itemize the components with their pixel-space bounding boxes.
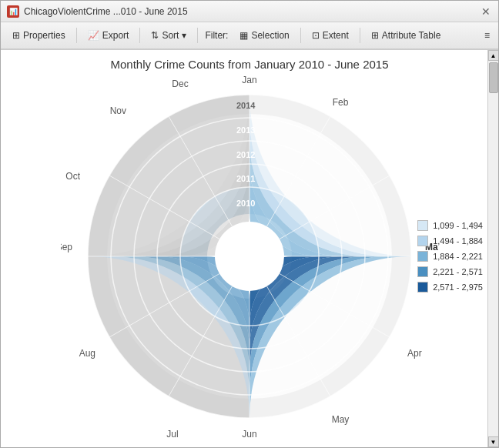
- export-icon: 📈: [88, 30, 99, 41]
- extent-button[interactable]: ⊡ Extent: [305, 25, 356, 45]
- scroll-thumb[interactable]: [489, 62, 498, 93]
- sort-icon: ⇅: [151, 30, 159, 41]
- separator-3: [197, 28, 198, 43]
- table-icon: ⊞: [371, 30, 379, 41]
- separator-5: [360, 28, 360, 43]
- month-aug: Aug: [79, 348, 95, 359]
- legend-item-3: 1,884 - 2,221: [417, 251, 483, 262]
- month-jul: Jul: [166, 429, 178, 440]
- year-label-2010: 2010: [236, 199, 255, 208]
- selection-icon: ▦: [239, 30, 248, 41]
- month-sep: Sep: [61, 242, 72, 252]
- month-jan: Jan: [242, 75, 256, 85]
- content-area: Monthly Crime Counts from January 2010 -…: [1, 50, 498, 447]
- window-title: ChicagoViolentCrime ...010 - June 2015: [24, 6, 475, 17]
- attribute-table-button[interactable]: ⊞ Attribute Table: [364, 25, 448, 45]
- year-label-2013: 2013: [236, 125, 255, 135]
- selection-button[interactable]: ▦ Selection: [233, 25, 296, 45]
- title-bar: 📊 ChicagoViolentCrime ...010 - June 2015…: [1, 1, 498, 22]
- menu-icon: ≡: [484, 30, 490, 41]
- legend-swatch-2: [417, 236, 428, 246]
- year-label-2011: 2011: [236, 174, 255, 183]
- properties-button[interactable]: ⊞ Properties: [5, 25, 72, 45]
- close-button[interactable]: ✕: [480, 5, 492, 18]
- year-label-2012: 2012: [236, 150, 255, 159]
- legend-label-4: 2,221 - 2,571: [433, 267, 483, 276]
- separator-1: [76, 28, 77, 43]
- month-oct: Oct: [65, 171, 80, 182]
- radial-chart: 2010 2011 2012 2013 2014 Jan Feb Mar Apr…: [61, 68, 438, 445]
- properties-icon: ⊞: [12, 30, 20, 41]
- menu-button[interactable]: ≡: [481, 25, 494, 45]
- legend-swatch-1: [417, 220, 428, 231]
- month-may: May: [332, 414, 350, 425]
- scrollbar[interactable]: ▲ ▼: [487, 50, 498, 447]
- legend-item-1: 1,099 - 1,494: [417, 220, 483, 231]
- month-jun: Jun: [242, 429, 256, 440]
- toolbar: ⊞ Properties 📈 Export ⇅ Sort ▾ Filter: ▦…: [1, 22, 498, 50]
- year-label-2014: 2014: [236, 101, 256, 110]
- export-button[interactable]: 📈 Export: [81, 25, 136, 45]
- month-feb: Feb: [333, 97, 349, 108]
- legend-label-2: 1,494 - 1,884: [433, 236, 483, 246]
- separator-4: [300, 28, 301, 43]
- separator-2: [139, 28, 140, 43]
- chart-area: 2010 2011 2012 2013 2014 Jan Feb Mar Apr…: [1, 71, 498, 441]
- app-icon: 📊: [7, 5, 19, 18]
- legend-item-2: 1,494 - 1,884: [417, 236, 483, 246]
- svg-point-23: [215, 222, 284, 291]
- legend-label-1: 1,099 - 1,494: [433, 221, 483, 230]
- month-apr: Apr: [407, 348, 422, 359]
- sort-button[interactable]: ⇅ Sort ▾: [144, 25, 193, 45]
- month-nov: Nov: [110, 105, 126, 116]
- legend-swatch-3: [417, 251, 428, 262]
- sort-dropdown-icon: ▾: [182, 30, 186, 41]
- extent-icon: ⊡: [312, 30, 320, 41]
- filter-label: Filter:: [202, 30, 231, 41]
- legend-swatch-5: [417, 282, 428, 293]
- chart-legend: 1,099 - 1,494 1,494 - 1,884 1,884 - 2,22…: [417, 220, 483, 293]
- legend-swatch-4: [417, 266, 428, 277]
- legend-item-5: 2,571 - 2,975: [417, 282, 483, 293]
- legend-item-4: 2,221 - 2,571: [417, 266, 483, 277]
- scroll-up-arrow[interactable]: ▲: [488, 50, 499, 61]
- scroll-down-arrow[interactable]: ▼: [488, 436, 499, 447]
- main-window: 📊 ChicagoViolentCrime ...010 - June 2015…: [0, 0, 499, 448]
- legend-label-5: 2,571 - 2,975: [433, 283, 483, 292]
- month-dec: Dec: [172, 79, 188, 89]
- legend-label-3: 1,884 - 2,221: [433, 252, 483, 261]
